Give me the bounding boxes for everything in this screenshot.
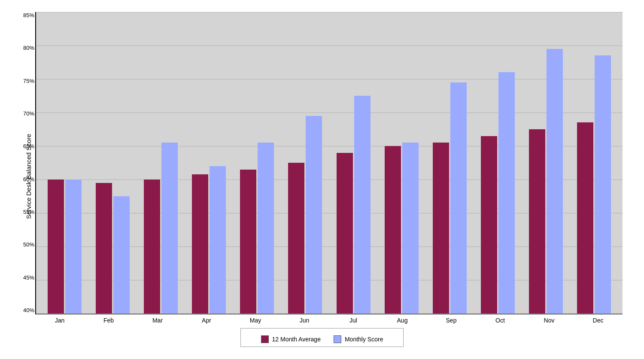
legend-box-avg [261, 335, 269, 343]
x-axis-month-label: Nov [525, 314, 574, 324]
bar-avg [240, 170, 256, 313]
x-axis-month-label: Jun [280, 314, 329, 324]
legend-avg-label: 12 Month Average [272, 336, 321, 343]
y-axis-tick-label: 65% [15, 143, 34, 149]
bar-monthly [65, 180, 82, 313]
legend-box-monthly [334, 335, 341, 343]
x-axis-month-label: Mar [133, 314, 182, 324]
y-axis-tick-label: 40% [15, 307, 34, 313]
x-axis-month-label: May [231, 314, 280, 324]
bar-avg [433, 143, 449, 313]
bars-group [36, 12, 623, 313]
bar-avg [337, 153, 353, 313]
bar-monthly [113, 196, 130, 313]
bar-avg [481, 136, 497, 313]
y-axis-tick-label: 60% [15, 176, 34, 183]
bar-monthly [498, 72, 515, 313]
legend-item-monthly: Monthly Score [334, 335, 383, 343]
month-bar-group [377, 12, 425, 313]
bar-avg [144, 180, 160, 313]
bar-monthly [210, 166, 226, 313]
y-axis-tick-label: 50% [15, 241, 34, 248]
month-bar-group [40, 12, 88, 313]
bar-avg [192, 174, 208, 313]
grid-line [36, 313, 623, 314]
x-axis: JanFebMarAprMayJunJulAugSepOctNovDec [35, 314, 623, 324]
month-bar-group [522, 12, 570, 313]
chart-area: Service Desk Balanced Score 85%80%75%70%… [21, 12, 623, 324]
y-axis-tick-label: 85% [15, 12, 34, 18]
month-bar-group [185, 12, 233, 313]
bar-avg [529, 129, 545, 313]
month-bar-group [281, 12, 329, 313]
x-axis-month-label: Dec [574, 314, 623, 324]
x-axis-month-label: Oct [476, 314, 525, 324]
month-bar-group [425, 12, 474, 313]
x-axis-month-label: Sep [427, 314, 476, 324]
bar-avg [288, 163, 304, 313]
bar-monthly [547, 49, 563, 313]
bar-monthly [450, 82, 467, 313]
x-axis-month-label: Jul [329, 314, 378, 324]
bar-avg [577, 122, 593, 313]
x-axis-month-label: Jan [35, 314, 84, 324]
y-axis-tick-label: 55% [15, 209, 34, 215]
month-bar-group [570, 12, 618, 313]
chart-inner: 85%80%75%70%65%60%55%50%45%40% JanFebMar… [35, 12, 623, 324]
month-bar-group [233, 12, 281, 313]
bar-monthly [354, 96, 371, 313]
month-bar-group [329, 12, 377, 313]
y-axis-tick-label: 80% [15, 45, 34, 51]
x-axis-month-label: Apr [182, 314, 231, 324]
legend: 12 Month Average Monthly Score [240, 328, 404, 347]
chart-container: Service Desk Balanced Score 85%80%75%70%… [21, 12, 623, 347]
month-bar-group [474, 12, 522, 313]
bar-avg [385, 146, 401, 313]
bar-monthly [161, 143, 178, 313]
x-axis-month-label: Aug [378, 314, 427, 324]
y-axis-tick-label: 75% [15, 78, 34, 84]
bar-monthly [306, 116, 322, 313]
plot-area: 85%80%75%70%65%60%55%50%45%40% [35, 12, 623, 314]
bar-monthly [402, 143, 419, 313]
legend-item-avg: 12 Month Average [261, 335, 321, 343]
y-axis-tick-label: 45% [15, 274, 34, 281]
y-labels: 85%80%75%70%65%60%55%50%45%40% [15, 12, 34, 313]
bar-avg [96, 183, 112, 313]
x-axis-month-label: Feb [84, 314, 133, 324]
month-bar-group [137, 12, 185, 313]
month-bar-group [88, 12, 137, 313]
legend-monthly-label: Monthly Score [345, 336, 383, 343]
bar-monthly [258, 143, 274, 313]
bar-avg [48, 180, 64, 313]
bar-monthly [595, 55, 611, 313]
y-axis-tick-label: 70% [15, 110, 34, 117]
